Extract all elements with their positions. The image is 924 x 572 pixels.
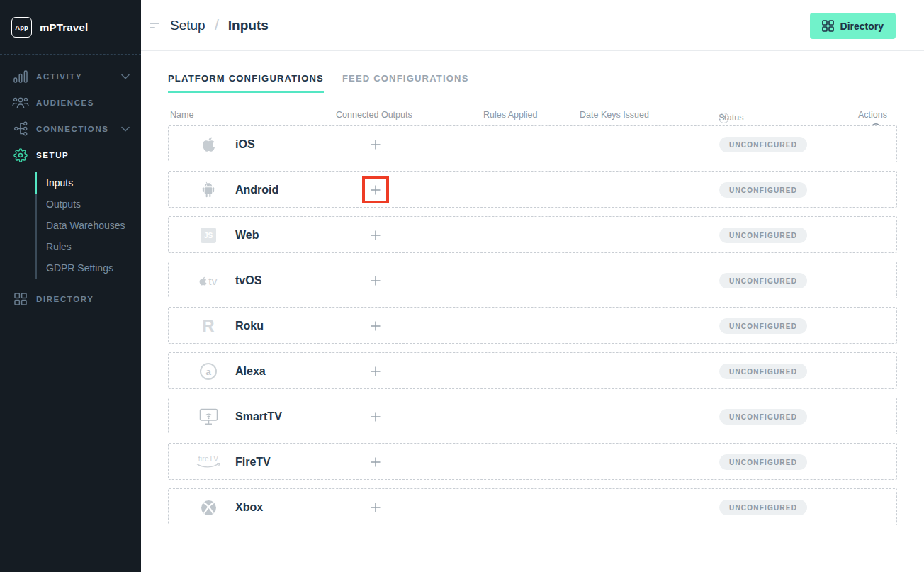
content: PLATFORM CONFIGURATIONS FEED CONFIGURATI… bbox=[141, 51, 924, 525]
apple-icon bbox=[194, 126, 222, 163]
tvos-icon: tv bbox=[194, 262, 222, 299]
sidebar: App mPTravel ACTIVITY AUDIENCES bbox=[0, 0, 141, 572]
table-row: AndroidUNCONFIGURED bbox=[168, 171, 897, 208]
sidebar-item-label: CONNECTIONS bbox=[36, 125, 109, 133]
sidebar-item-inputs[interactable]: Inputs bbox=[35, 172, 141, 194]
add-output-button[interactable] bbox=[362, 313, 389, 340]
platform-name: SmartTV bbox=[235, 398, 282, 435]
gear-icon bbox=[11, 148, 30, 162]
activity-icon bbox=[11, 70, 30, 83]
help-icon[interactable]: ? bbox=[719, 113, 729, 123]
sidebar-item-outputs[interactable]: Outputs bbox=[35, 194, 141, 215]
column-header-actions: Actions bbox=[858, 110, 887, 120]
platform-name: Web bbox=[235, 217, 259, 254]
xbox-icon bbox=[194, 489, 222, 526]
status-badge: UNCONFIGURED bbox=[719, 228, 807, 243]
table-row: aAlexaUNCONFIGURED bbox=[168, 352, 897, 389]
status-badge: UNCONFIGURED bbox=[719, 318, 807, 334]
setup-subnav: Inputs Outputs Data Warehouses Rules GDP… bbox=[35, 172, 141, 279]
column-header-connected-outputs: Connected Outputs bbox=[336, 110, 412, 120]
tabs: PLATFORM CONFIGURATIONS FEED CONFIGURATI… bbox=[168, 51, 897, 93]
platform-name: iOS bbox=[235, 126, 255, 163]
platform-name: Alexa bbox=[235, 353, 266, 390]
directory-button[interactable]: Directory bbox=[810, 13, 896, 39]
sidebar-item-setup[interactable]: SETUP bbox=[0, 142, 141, 168]
sidebar-item-gdpr-settings[interactable]: GDPR Settings bbox=[35, 257, 141, 279]
app-logo-icon: App bbox=[11, 17, 32, 38]
sidebar-item-label: AUDIENCES bbox=[36, 99, 94, 107]
tab-feed-configurations[interactable]: FEED CONFIGURATIONS bbox=[342, 73, 469, 93]
table-row: RRokuUNCONFIGURED bbox=[168, 307, 897, 344]
table-row: XboxUNCONFIGURED bbox=[168, 488, 897, 525]
app-logo-row[interactable]: App mPTravel bbox=[0, 0, 141, 55]
directory-icon bbox=[11, 293, 30, 305]
table-header: Name Connected Outputs Rules Applied Dat… bbox=[168, 107, 897, 125]
chevron-down-icon bbox=[121, 126, 130, 132]
sidebar-item-data-warehouses[interactable]: Data Warehouses bbox=[35, 215, 141, 236]
js-icon: JS bbox=[194, 217, 222, 254]
add-output-button[interactable] bbox=[362, 358, 389, 385]
page-title: Inputs bbox=[228, 18, 269, 33]
platform-rows: iOSUNCONFIGURED AndroidUNCONFIGUREDJSWeb… bbox=[168, 125, 897, 525]
sidebar-item-label: DIRECTORY bbox=[36, 295, 94, 303]
directory-button-label: Directory bbox=[840, 21, 884, 32]
add-output-button[interactable] bbox=[362, 449, 389, 476]
add-output-button-highlighted[interactable] bbox=[362, 176, 389, 203]
add-output-button[interactable] bbox=[362, 403, 389, 430]
topbar: Setup / Inputs Directory bbox=[141, 0, 924, 51]
platform-name: FireTV bbox=[235, 444, 271, 481]
add-output-button[interactable] bbox=[362, 267, 389, 294]
sidebar-item-rules[interactable]: Rules bbox=[35, 236, 141, 257]
breadcrumb-collapse-icon[interactable] bbox=[150, 23, 161, 28]
sidebar-item-audiences[interactable]: AUDIENCES bbox=[0, 89, 141, 116]
table-row: fireTV FireTVUNCONFIGURED bbox=[168, 443, 897, 480]
roku-icon: R bbox=[194, 308, 222, 344]
audiences-icon bbox=[11, 96, 30, 108]
sidebar-nav: ACTIVITY AUDIENCES CONNECTIONS bbox=[0, 55, 141, 312]
sidebar-item-label: ACTIVITY bbox=[36, 72, 82, 81]
main-area: Setup / Inputs Directory PLATFORM CONFIG… bbox=[141, 0, 924, 572]
platform-name: Android bbox=[235, 172, 278, 208]
status-badge: UNCONFIGURED bbox=[719, 500, 807, 515]
smarttv-icon bbox=[194, 398, 222, 435]
app-name: mPTravel bbox=[40, 21, 88, 33]
platform-name: tvOS bbox=[235, 262, 261, 299]
add-output-button[interactable] bbox=[362, 131, 389, 158]
column-header-date-keys-issued: Date Keys Issued bbox=[580, 110, 649, 120]
status-badge: UNCONFIGURED bbox=[719, 273, 807, 288]
status-badge: UNCONFIGURED bbox=[719, 454, 807, 470]
android-icon bbox=[194, 172, 222, 208]
add-output-button[interactable] bbox=[362, 222, 389, 249]
table-row: iOSUNCONFIGURED bbox=[168, 125, 897, 162]
chevron-down-icon bbox=[121, 74, 130, 79]
connections-icon bbox=[11, 121, 30, 136]
column-header-name: Name bbox=[170, 110, 193, 120]
status-badge: UNCONFIGURED bbox=[719, 137, 807, 152]
status-badge: UNCONFIGURED bbox=[719, 364, 807, 379]
status-badge: UNCONFIGURED bbox=[719, 409, 807, 425]
platform-name: Roku bbox=[235, 308, 264, 344]
table-row: JSWebUNCONFIGURED bbox=[168, 216, 897, 253]
table-row: SmartTVUNCONFIGURED bbox=[168, 398, 897, 434]
sidebar-item-label: SETUP bbox=[36, 151, 69, 159]
column-header-rules-applied: Rules Applied bbox=[483, 110, 537, 120]
platform-name: Xbox bbox=[235, 489, 263, 526]
directory-icon bbox=[822, 20, 834, 32]
alexa-icon: a bbox=[194, 353, 222, 390]
table-row: tvtvOSUNCONFIGURED bbox=[168, 262, 897, 298]
firetv-icon: fireTV bbox=[194, 444, 222, 481]
add-output-button[interactable] bbox=[362, 494, 389, 521]
breadcrumb-separator: / bbox=[215, 16, 219, 35]
sidebar-item-activity[interactable]: ACTIVITY bbox=[0, 63, 141, 89]
sidebar-item-directory[interactable]: DIRECTORY bbox=[0, 286, 141, 312]
breadcrumb-parent[interactable]: Setup bbox=[170, 18, 205, 33]
tab-platform-configurations[interactable]: PLATFORM CONFIGURATIONS bbox=[168, 73, 324, 93]
sidebar-item-connections[interactable]: CONNECTIONS bbox=[0, 116, 141, 142]
status-badge: UNCONFIGURED bbox=[719, 182, 807, 198]
